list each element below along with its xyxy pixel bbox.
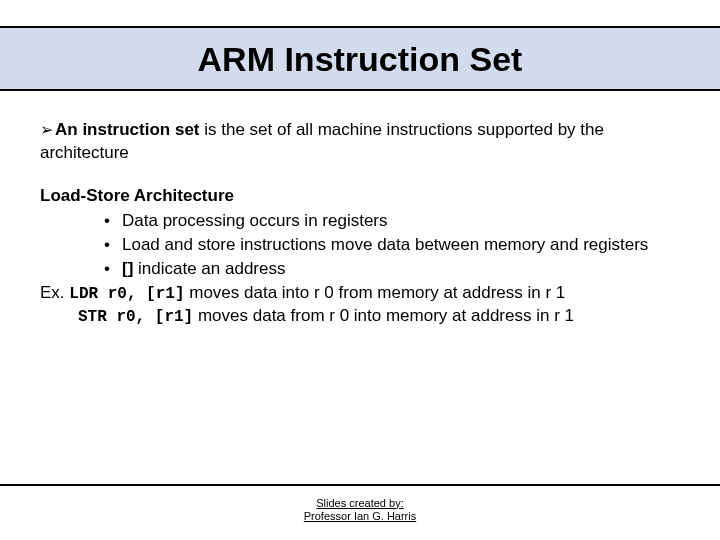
example2-after: moves data from r 0 into memory at addre… bbox=[193, 306, 574, 325]
example-prefix: Ex. bbox=[40, 283, 69, 302]
footer-line-1: Slides created by: bbox=[0, 497, 720, 511]
intro-paragraph: ➢An instruction set is the set of all ma… bbox=[40, 119, 680, 165]
section-heading: Load-Store Architecture bbox=[40, 185, 680, 208]
footer-line-2: Professor Ian G. Harris bbox=[0, 510, 720, 524]
example-line-1: Ex. LDR r0, [r1] moves data into r 0 fro… bbox=[40, 282, 680, 306]
slide-title: ARM Instruction Set bbox=[0, 40, 720, 79]
brackets-bold: [] bbox=[122, 259, 133, 278]
footer: Slides created by: Professor Ian G. Harr… bbox=[0, 497, 720, 525]
slide-content: ➢An instruction set is the set of all ma… bbox=[0, 91, 720, 329]
code-str: STR r0, [r1] bbox=[78, 308, 193, 326]
bullet-list: Data processing occurs in registers Load… bbox=[40, 210, 680, 281]
list-item: Data processing occurs in registers bbox=[104, 210, 680, 233]
list-item: Load and store instructions move data be… bbox=[104, 234, 680, 257]
code-ldr: LDR r0, [r1] bbox=[69, 285, 184, 303]
example-line-2: STR r0, [r1] moves data from r 0 into me… bbox=[40, 305, 680, 329]
intro-bold: An instruction set bbox=[55, 120, 200, 139]
bullet-arrow-icon: ➢ bbox=[40, 121, 53, 138]
footer-rule bbox=[0, 484, 720, 486]
title-bar: ARM Instruction Set bbox=[0, 28, 720, 91]
list-item: [] indicate an address bbox=[104, 258, 680, 281]
example1-after: moves data into r 0 from memory at addre… bbox=[185, 283, 566, 302]
bullet3-rest: indicate an address bbox=[133, 259, 285, 278]
top-spacer bbox=[0, 0, 720, 28]
example-block: Ex. LDR r0, [r1] moves data into r 0 fro… bbox=[40, 282, 680, 329]
